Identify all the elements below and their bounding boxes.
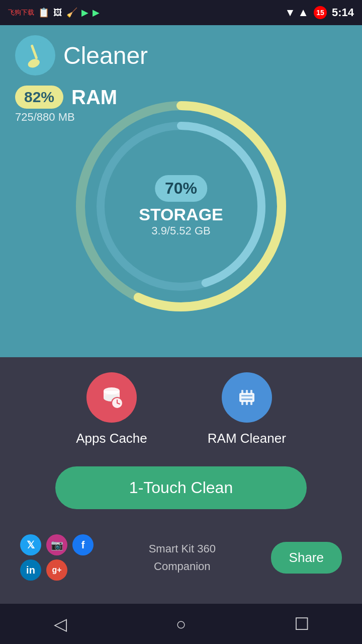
status-bar-left: 飞狗下载 📋 🖼 🧹 ▶ ▶ — [8, 7, 100, 18]
social-icons: 𝕏 📷 f in g+ — [20, 534, 94, 581]
svg-rect-17 — [250, 390, 252, 394]
send-icon: ▶ — [81, 7, 88, 18]
storage-usage: 3.9/5.52 GB — [151, 224, 210, 237]
apps-cache-button[interactable]: Apps Cache — [76, 372, 147, 446]
svg-rect-14 — [239, 393, 254, 402]
ram-cleaner-icon-circle — [222, 372, 272, 423]
feature-row: Apps Cache — [10, 372, 352, 446]
footer-app-name: Smart Kit 360 — [109, 540, 256, 557]
wifi-icon: ▾ — [287, 6, 293, 19]
clock: 5:14 — [332, 6, 354, 19]
footer-text: Smart Kit 360 Companion — [109, 540, 256, 575]
ram-cleaner-button[interactable]: RAM Cleaner — [208, 372, 286, 446]
signal-icon: ▲ — [298, 6, 309, 19]
vpn-icon: ▶ — [93, 7, 100, 18]
footer-tagline: Companion — [109, 557, 256, 575]
storage-percentage: 70% — [155, 175, 207, 202]
svg-rect-16 — [246, 390, 248, 394]
top-section: Cleaner 82% RAM 725/880 MB 70% STORAGE 3… — [0, 25, 362, 357]
twitter-icon[interactable]: 𝕏 — [20, 534, 41, 555]
share-button[interactable]: Share — [271, 542, 342, 574]
home-button[interactable]: ○ — [166, 609, 196, 639]
ram-cleaner-label: RAM Cleaner — [208, 431, 286, 446]
nav-bar: ◁ ○ ☐ — [0, 604, 362, 644]
recents-button[interactable]: ☐ — [287, 609, 317, 639]
battery-level: 15 — [314, 6, 327, 19]
screenshot-icon: 📋 — [38, 7, 49, 18]
back-button[interactable]: ◁ — [45, 609, 75, 639]
facebook-icon[interactable]: f — [72, 534, 94, 555]
instagram-icon[interactable]: 📷 — [46, 534, 67, 555]
svg-rect-15 — [241, 390, 243, 394]
apps-cache-icon-circle — [86, 372, 137, 423]
svg-rect-19 — [246, 401, 248, 405]
app-title: Cleaner — [63, 42, 148, 69]
ram-percentage: 82% — [15, 86, 63, 109]
svg-rect-21 — [241, 395, 252, 396]
status-bar-right: ▾ ▲ 15 5:14 — [287, 6, 354, 19]
app-header: Cleaner — [15, 35, 148, 75]
bottom-section: Apps Cache — [0, 357, 362, 644]
footer: 𝕏 📷 f in g+ Smart Kit 360 Companion Shar… — [10, 534, 352, 581]
chart-center: 70% STORAGE 3.9/5.52 GB — [139, 175, 223, 237]
app-logo — [15, 35, 55, 75]
one-touch-clean-button[interactable]: 1-Touch Clean — [55, 466, 307, 509]
image-icon: 🖼 — [53, 8, 62, 18]
status-bar: 飞狗下载 📋 🖼 🧹 ▶ ▶ ▾ ▲ 15 5:14 — [0, 0, 362, 25]
apps-cache-label: Apps Cache — [76, 431, 147, 446]
storage-label: STORAGE — [139, 205, 223, 224]
charts-container: 70% STORAGE 3.9/5.52 GB — [65, 91, 297, 322]
watermark-icon: 飞狗下载 — [8, 8, 34, 17]
svg-rect-22 — [241, 398, 252, 400]
linkedin-icon[interactable]: in — [20, 559, 41, 581]
broom-icon: 🧹 — [66, 7, 77, 18]
social-row-2: in g+ — [20, 559, 94, 581]
social-row-1: 𝕏 📷 f — [20, 534, 94, 555]
svg-rect-18 — [241, 401, 243, 405]
googleplus-icon[interactable]: g+ — [46, 559, 67, 581]
svg-rect-20 — [250, 401, 252, 405]
